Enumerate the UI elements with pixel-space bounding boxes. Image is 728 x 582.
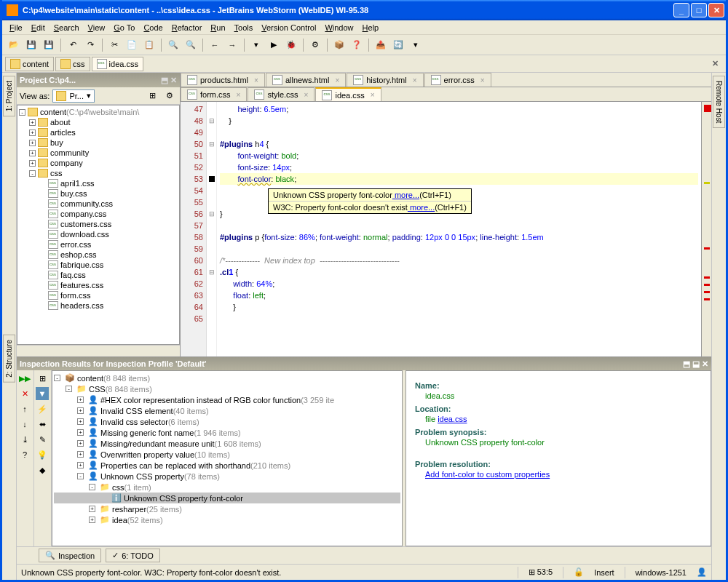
tree-item[interactable]: buy.css <box>19 188 178 199</box>
tree-item[interactable]: +buy <box>19 137 178 148</box>
inspection-item[interactable]: +👤#HEX color representation instead of R… <box>54 394 400 405</box>
hector-icon[interactable]: 👤 <box>697 567 707 577</box>
save-icon[interactable]: 💾 <box>24 38 39 52</box>
paste-icon[interactable]: 📋 <box>142 38 157 52</box>
bulb-icon[interactable]: 💡 <box>36 448 49 461</box>
menu-version-control[interactable]: Version Control <box>257 22 320 33</box>
tab-close-icon[interactable]: × <box>237 91 241 99</box>
next-icon[interactable]: ↓ <box>18 418 31 431</box>
tooltip-more-link-1[interactable]: more... <box>392 191 419 199</box>
menu-window[interactable]: Window <box>320 22 357 33</box>
menu-code[interactable]: Code <box>139 22 167 33</box>
menu-go-to[interactable]: Go To <box>109 22 139 33</box>
run-config-icon[interactable]: ▾ <box>249 38 264 52</box>
collapse-icon[interactable]: ⚙ <box>162 89 177 103</box>
help-icon[interactable]: ❓ <box>349 38 364 52</box>
tree-item[interactable]: headers.css <box>19 300 178 311</box>
inspection-item[interactable]: -📁CSS (8 848 items) <box>54 383 400 394</box>
inspection-item[interactable]: +👤Missing/redundant measure unit (1 608 … <box>54 438 400 449</box>
inspection-item[interactable]: +👤Overwritten property value (10 items) <box>54 449 400 460</box>
inspection-hide-icon[interactable]: ⬒ ⬓ ✕ <box>683 359 708 369</box>
menu-edit[interactable]: Edit <box>27 22 50 33</box>
breadcrumb-css[interactable]: css <box>55 57 90 71</box>
tab-close-icon[interactable]: × <box>371 91 375 99</box>
inspection-tab[interactable]: 🔍 Inspection <box>39 549 101 562</box>
maximize-button[interactable]: □ <box>691 3 707 17</box>
code-content[interactable]: height: 6.5em; }#plugins h4 { font-weigh… <box>217 102 701 356</box>
tree-item[interactable]: -css <box>19 168 178 178</box>
replace-icon[interactable]: 🔍 <box>183 38 198 52</box>
horizontal-scrollbar[interactable] <box>17 345 180 356</box>
tree-item[interactable]: features.css <box>19 280 178 290</box>
run-icon[interactable]: ▶ <box>266 38 281 52</box>
inspection-item[interactable]: +📁resharper (25 items) <box>54 503 400 514</box>
autoscroll-icon[interactable]: ⬌ <box>36 418 49 431</box>
error-stripe[interactable] <box>701 102 711 356</box>
prev-icon[interactable]: ↑ <box>18 402 31 415</box>
inspection-item[interactable]: +👤Invalid CSS element (40 items) <box>54 405 400 416</box>
inspection-item[interactable]: -📁css (1 item) <box>54 482 400 493</box>
inspection-item[interactable]: ℹ️Unknown CSS property font-color <box>54 493 400 503</box>
tree-item[interactable]: eshop.css <box>19 250 178 260</box>
tree-item[interactable]: faq.css <box>19 270 178 280</box>
inspection-item[interactable]: +👤Missing generic font name (1 946 items… <box>54 427 400 438</box>
open-icon[interactable]: 📂 <box>7 38 21 52</box>
close-button[interactable]: ✕ <box>708 3 724 17</box>
project-tool-tab[interactable]: 1: Project <box>3 76 15 116</box>
menu-help[interactable]: Help <box>358 22 384 33</box>
settings-icon[interactable]: ⚙ <box>308 38 323 52</box>
project-tree[interactable]: -content (C:\p4\website\main\+about+arti… <box>17 105 180 345</box>
breadcrumb-content[interactable]: content <box>5 57 54 71</box>
menu-refactor[interactable]: Refactor <box>167 22 207 33</box>
menu-search[interactable]: Search <box>50 22 84 33</box>
tab-close-icon[interactable]: × <box>413 76 417 84</box>
editor-tab-form.css[interactable]: form.css× <box>181 87 247 101</box>
menu-view[interactable]: View <box>84 22 110 33</box>
breadcrumb-close-icon[interactable]: ✕ <box>708 59 723 68</box>
help-icon[interactable]: ? <box>18 448 31 461</box>
group-by-icon[interactable]: ▼ <box>36 387 49 400</box>
editor-tab-history.html[interactable]: history.html× <box>347 73 423 87</box>
save-all-icon[interactable]: 💾 <box>41 38 56 52</box>
editor-tab-products.html[interactable]: products.html× <box>181 73 265 87</box>
copy-icon[interactable]: 📄 <box>124 38 139 52</box>
tree-item[interactable]: form.css <box>19 290 178 300</box>
inspection-item[interactable]: -👤Unknown CSS property (78 items) <box>54 471 400 482</box>
redo-icon[interactable]: ↷ <box>83 38 98 52</box>
rerun-icon[interactable]: ▶▶ <box>18 372 31 385</box>
find-icon[interactable]: 🔍 <box>166 38 181 52</box>
tab-close-icon[interactable]: × <box>254 76 258 84</box>
cut-icon[interactable]: ✂ <box>107 38 122 52</box>
structure-tool-tab[interactable]: 2: Structure <box>3 335 15 383</box>
filter-icon[interactable]: ⚡ <box>36 402 49 415</box>
lock-icon[interactable]: 🔓 <box>574 567 584 577</box>
inspection-item[interactable]: +👤Invalid css selector (6 items) <box>54 416 400 427</box>
tree-item[interactable]: company.css <box>19 209 178 219</box>
tree-item[interactable]: +community <box>19 148 178 158</box>
code-editor[interactable]: 47484950515253545556575859606162636465 ⊟… <box>181 102 711 356</box>
debug-icon[interactable]: 🐞 <box>284 38 298 52</box>
minimize-button[interactable]: _ <box>673 3 689 17</box>
diff-icon[interactable]: ◆ <box>36 463 49 477</box>
export-icon[interactable]: ⤓ <box>18 433 31 446</box>
editor-tab-style.css[interactable]: style.css× <box>248 87 314 101</box>
tree-item[interactable]: +about <box>19 117 178 127</box>
vcs-icon[interactable]: 📦 <box>332 38 347 52</box>
fold-gutter[interactable]: ⊟⊟⊟⊟ <box>207 102 217 356</box>
back-icon[interactable]: ← <box>207 38 222 52</box>
deploy-icon[interactable]: 📤 <box>373 38 388 52</box>
inspection-tree[interactable]: -📦content (8 848 items)-📁CSS (8 848 item… <box>52 370 403 546</box>
forward-icon[interactable]: → <box>225 38 240 52</box>
remote-host-tab[interactable]: Remote Host <box>713 76 725 128</box>
detail-location-link[interactable]: idea.css <box>438 415 467 423</box>
tree-item[interactable]: +articles <box>19 127 178 137</box>
scroll-to-source-icon[interactable]: ⊞ <box>145 89 159 103</box>
tree-item[interactable]: customers.css <box>19 219 178 229</box>
tree-item[interactable]: download.css <box>19 229 178 239</box>
close-icon[interactable]: ✕ <box>18 387 31 400</box>
inspection-item[interactable]: +👤Properties can be replaced with shorth… <box>54 460 400 471</box>
inspection-item[interactable]: +📁idea (52 items) <box>54 514 400 525</box>
tab-close-icon[interactable]: × <box>304 91 309 99</box>
tree-item[interactable]: community.css <box>19 199 178 209</box>
undo-icon[interactable]: ↶ <box>66 38 80 52</box>
